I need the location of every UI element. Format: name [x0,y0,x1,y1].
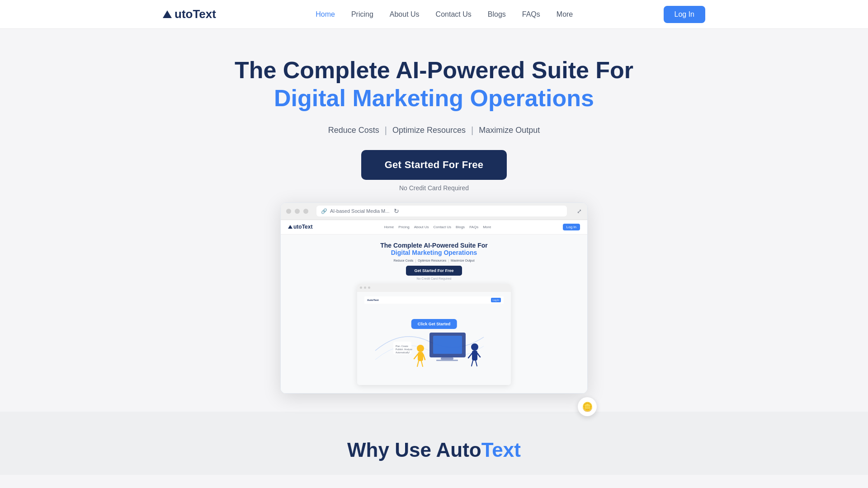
inner-cta-note: No Credit Card Required [290,277,578,280]
cta-note: No Credit Card Required [399,184,469,192]
expand-icon: ⤢ [577,208,582,215]
click-tooltip: Click Get Started [411,319,457,329]
inner-hero-title1: The Complete AI-Powered Suite For [290,242,578,249]
logo[interactable]: utoText [163,7,216,21]
svg-line-13 [477,353,480,357]
inner-logo-triangle [288,225,292,229]
svg-line-8 [417,361,419,366]
svg-line-9 [421,361,423,366]
browser-dot-3 [303,209,308,214]
bottom-section: Why Use AutoText [0,412,868,475]
svg-text:Automatically!: Automatically! [396,351,410,354]
nested-login-mini: Log In [491,298,501,302]
inner-sub3: Maximize Output [451,259,475,262]
nested-dot3 [368,286,370,289]
inner-nav-more: More [483,225,491,229]
hero-subtitle-item1: Reduce Costs [328,126,379,135]
inner-logo-text: utoText [293,224,312,230]
hero-subtitle-item2: Optimize Resources [392,126,466,135]
inner-sep1: | [415,259,416,262]
illustration-area: Plan. Create Publish. Analyse Automatica… [364,324,504,378]
nav-link-more[interactable]: More [557,10,573,19]
nav-link-pricing[interactable]: Pricing [351,10,373,19]
inner-hero: The Complete AI-Powered Suite For Digita… [281,235,587,393]
bottom-title: Why Use AutoText [347,439,521,461]
browser-toolbar: 🔗 AI-based Social Media M... ↻ ⤢ [281,203,587,220]
nested-browser: AutoText Log In Click Get Started [357,284,511,385]
svg-line-15 [476,361,477,366]
svg-line-6 [414,354,418,359]
hero-title-line1: The Complete AI-Powered Suite For [235,57,633,83]
bottom-title-part1: Why Use Auto [347,439,481,461]
logo-triangle-icon [163,10,172,18]
inner-logo: utoText [288,224,312,230]
hero-subtitle-item3: Maximize Output [479,126,540,135]
logo-text: utoText [175,7,216,21]
inner-sep2: | [448,259,449,262]
browser-dot-2 [295,209,300,214]
inner-nav: utoText Home Pricing About Us Contact Us… [281,220,587,235]
chat-icon: 🪙 [582,401,593,412]
inner-nav-contact: Contact Us [434,225,452,229]
nested-toolbar [357,284,511,292]
inner-nav-blogs: Blogs [456,225,465,229]
link-icon: 🔗 [321,208,327,214]
nav-link-home[interactable]: Home [316,10,335,19]
inner-hero-title2: Digital Marketing Operations [290,249,578,256]
nav-link-about[interactable]: About Us [390,10,420,19]
inner-sub2: Optimize Resources [418,259,446,262]
svg-point-10 [471,343,478,351]
svg-rect-1 [433,336,462,354]
navbar: utoText Home Pricing About Us Contact Us… [0,0,868,29]
hero-subtitle: Reduce Costs | Optimize Resources | Maxi… [328,125,540,136]
nested-inner-logo: AutoText [367,299,379,301]
nested-dot2 [364,286,366,289]
svg-line-12 [468,353,472,358]
svg-rect-3 [436,360,458,361]
refresh-icon: ↻ [394,207,399,215]
login-button[interactable]: Log In [664,6,705,23]
hero-title: The Complete AI-Powered Suite For Digita… [235,56,633,113]
nav-link-blogs[interactable]: Blogs [488,10,506,19]
svg-text:Publish. Analyse: Publish. Analyse [396,348,412,351]
svg-point-4 [417,345,424,352]
chat-widget[interactable]: 🪙 [578,397,597,416]
inner-hero-subtitles: Reduce Costs | Optimize Resources | Maxi… [290,259,578,262]
nested-inner-nav: AutoText Log In [364,296,504,304]
inner-nav-faqs: FAQs [469,225,478,229]
inner-sub1: Reduce Costs [393,259,413,262]
inner-nav-links: Home Pricing About Us Contact Us Blogs F… [319,225,556,229]
cta-button[interactable]: Get Started For Free [361,150,507,180]
browser-content: utoText Home Pricing About Us Contact Us… [281,220,587,393]
svg-rect-5 [418,352,423,361]
bottom-title-part2: Text [481,439,521,461]
inner-nav-about: About Us [414,225,429,229]
nav-link-faqs[interactable]: FAQs [522,10,540,19]
hero-title-line2: Digital Marketing Operations [274,85,594,111]
address-text: AI-based Social Media M... [330,208,389,214]
svg-line-7 [423,354,425,360]
svg-text:Plan. Create: Plan. Create [396,345,408,347]
nav-link-contact[interactable]: Contact Us [436,10,472,19]
separator2: | [471,125,473,136]
separator1: | [385,125,387,136]
svg-line-14 [472,361,473,366]
browser-mockup: 🔗 AI-based Social Media M... ↻ ⤢ utoText… [280,202,588,394]
hero-section: The Complete AI-Powered Suite For Digita… [0,29,868,412]
nested-dot1 [360,286,362,289]
inner-cta-button: Get Started For Free [406,266,462,276]
inner-nav-pricing: Pricing [398,225,409,229]
inner-login-button: Log In [563,224,580,230]
nested-content: AutoText Log In Click Get Started [357,292,511,385]
browser-addressbar[interactable]: 🔗 AI-based Social Media M... ↻ [316,206,567,216]
svg-rect-2 [441,357,453,360]
inner-nav-home: Home [384,225,394,229]
nav-links: Home Pricing About Us Contact Us Blogs F… [256,10,633,19]
browser-dot-1 [286,209,291,214]
svg-rect-11 [472,351,477,361]
